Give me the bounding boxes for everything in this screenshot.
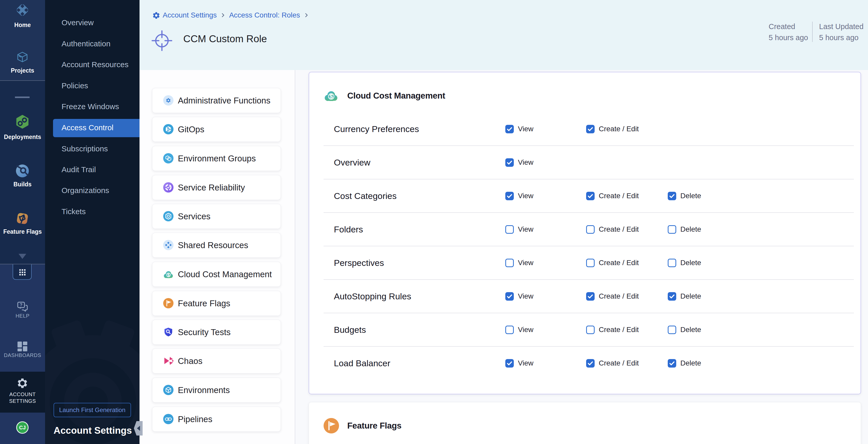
svg-text:$: $ [167, 273, 170, 278]
svg-text:$: $ [330, 93, 333, 100]
svg-text:?: ? [20, 303, 22, 307]
